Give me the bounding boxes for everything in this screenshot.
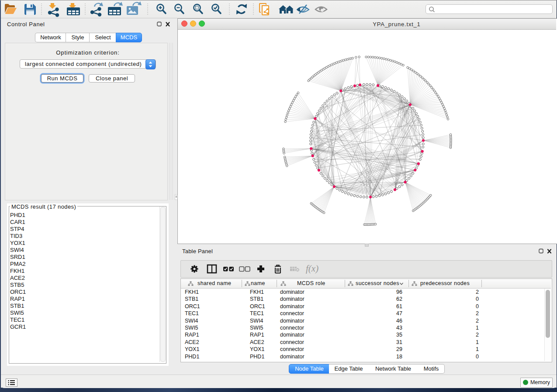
svg-text:f(x): f(x) (306, 263, 318, 274)
